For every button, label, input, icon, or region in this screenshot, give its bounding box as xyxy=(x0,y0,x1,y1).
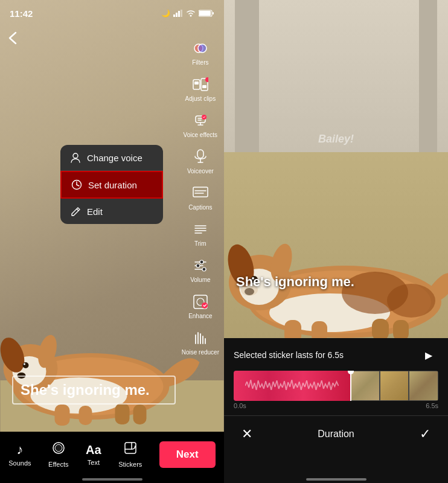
svg-point-46 xyxy=(196,264,200,267)
toolbar-item-adjust[interactable]: Adjust clips xyxy=(183,72,219,105)
svg-rect-16 xyxy=(176,13,178,17)
svg-rect-18 xyxy=(181,10,182,17)
text-overlay-left: She's ignoring me. xyxy=(12,376,176,405)
change-voice-item[interactable]: Change voice xyxy=(60,145,163,171)
toolbar-item-voice[interactable]: Voice effects xyxy=(181,109,220,141)
effects-label: Effects xyxy=(48,461,68,468)
edit-icon xyxy=(70,206,81,217)
svg-rect-28 xyxy=(202,85,206,88)
sounds-icon: ♪ xyxy=(16,442,23,458)
set-duration-icon xyxy=(71,179,82,190)
effects-icon xyxy=(51,441,66,459)
stickers-icon xyxy=(123,441,138,459)
close-button[interactable]: ✕ xyxy=(236,423,258,445)
adjust-icon xyxy=(191,75,210,94)
svg-rect-15 xyxy=(173,14,175,17)
right-panel: Bailey! She's ignoring me. Selected stic… xyxy=(224,0,448,483)
text-icon: Aa xyxy=(86,443,101,457)
status-bar: 11:42 🌙 xyxy=(0,0,224,27)
timeline-end-label: 6.5s xyxy=(426,402,438,409)
captions-label: Captions xyxy=(188,204,212,211)
back-button[interactable] xyxy=(8,31,17,48)
toolbar-item-enhance[interactable]: Enhance xyxy=(186,290,214,322)
svg-rect-26 xyxy=(194,82,199,85)
change-voice-label: Change voice xyxy=(87,153,142,163)
right-toolbar: Filters Adjust clips xyxy=(179,36,222,359)
svg-rect-74 xyxy=(284,320,301,338)
noise-reducer-icon xyxy=(191,328,210,348)
tab-stickers[interactable]: Stickers xyxy=(118,441,142,468)
voiceover-label: Voiceover xyxy=(187,168,214,175)
tab-sounds[interactable]: ♪ Sounds xyxy=(8,442,31,467)
svg-rect-77 xyxy=(393,320,409,338)
svg-point-45 xyxy=(200,260,203,264)
filters-label: Filters xyxy=(192,59,208,66)
svg-rect-12 xyxy=(79,406,92,425)
set-duration-item[interactable]: Set duration xyxy=(60,171,163,199)
timeline-track xyxy=(234,371,438,401)
timeline-container: 0.0s 6.5s xyxy=(234,371,438,413)
trim-label: Trim xyxy=(194,240,206,248)
context-menu: Change voice Set duration Edit xyxy=(60,145,163,224)
photo-thumb-3 xyxy=(409,371,438,401)
toolbar-item-filters[interactable]: Filters xyxy=(188,36,213,69)
play-button[interactable]: ▶ xyxy=(419,345,438,365)
timeline-red-segment[interactable] xyxy=(234,371,350,401)
moon-icon: 🌙 xyxy=(161,9,170,18)
status-time: 11:42 xyxy=(10,8,33,19)
volume-icon xyxy=(191,256,210,275)
stickers-label: Stickers xyxy=(118,461,142,468)
watermark-text: Bailey! xyxy=(318,133,354,146)
video-preview-right: Bailey! She's ignoring me. xyxy=(224,0,448,338)
timeline-photo-segment xyxy=(350,371,438,401)
svg-rect-14 xyxy=(133,405,147,424)
svg-point-56 xyxy=(73,153,78,158)
toolbar-item-captions[interactable]: Captions xyxy=(186,181,214,214)
svg-point-8 xyxy=(23,362,29,368)
svg-point-9 xyxy=(24,363,25,365)
enhance-icon xyxy=(191,292,210,312)
svg-rect-75 xyxy=(312,321,327,338)
right-bottom-section: Selected sticker lasts for 6.5s ▶ xyxy=(224,338,448,413)
svg-point-29 xyxy=(205,77,208,82)
wifi-icon xyxy=(186,10,196,17)
check-button[interactable]: ✓ xyxy=(414,423,436,445)
volume-label: Volume xyxy=(190,277,210,284)
check-icon: ✓ xyxy=(420,426,430,442)
noise-label: Noise reducer xyxy=(182,349,219,356)
photo-thumb-1 xyxy=(350,371,380,401)
next-button[interactable]: Next xyxy=(159,441,216,468)
svg-point-24 xyxy=(198,44,206,53)
caption-overlay: She's ignoring me. xyxy=(236,274,436,290)
svg-rect-32 xyxy=(197,150,203,158)
svg-point-50 xyxy=(202,302,208,309)
adjust-label: Adjust clips xyxy=(185,95,216,103)
toolbar-item-voiceover[interactable]: Voiceover xyxy=(185,145,216,178)
sounds-label: Sounds xyxy=(8,459,31,467)
battery-icon xyxy=(199,10,214,17)
svg-rect-21 xyxy=(199,11,211,16)
tab-text[interactable]: Aa Text xyxy=(86,443,101,466)
svg-rect-13 xyxy=(115,403,130,424)
toolbar-item-noise[interactable]: Noise reducer xyxy=(179,326,222,359)
svg-rect-17 xyxy=(178,11,180,17)
timeline-labels: 0.0s 6.5s xyxy=(234,402,438,409)
timeline-cursor[interactable] xyxy=(350,371,351,401)
tab-effects[interactable]: Effects xyxy=(48,441,68,468)
bottom-bar-left: ♪ Sounds Effects Aa Text xyxy=(0,432,224,483)
sticker-info-row: Selected sticker lasts for 6.5s ▶ xyxy=(234,345,438,365)
close-icon: ✕ xyxy=(242,426,252,442)
enhance-label: Enhance xyxy=(188,313,212,320)
svg-rect-22 xyxy=(213,12,214,14)
duration-label: Duration xyxy=(318,429,354,440)
edit-item[interactable]: Edit xyxy=(60,199,163,224)
status-icons: 🌙 xyxy=(161,9,214,18)
svg-rect-11 xyxy=(55,405,70,426)
toolbar-item-trim[interactable]: Trim xyxy=(188,217,213,250)
waveform-svg xyxy=(245,377,339,395)
home-indicator-left xyxy=(82,478,142,481)
signal-icon xyxy=(173,10,183,17)
toolbar-item-volume[interactable]: Volume xyxy=(188,254,213,286)
home-indicator-right xyxy=(306,478,366,481)
change-voice-icon xyxy=(70,152,81,163)
